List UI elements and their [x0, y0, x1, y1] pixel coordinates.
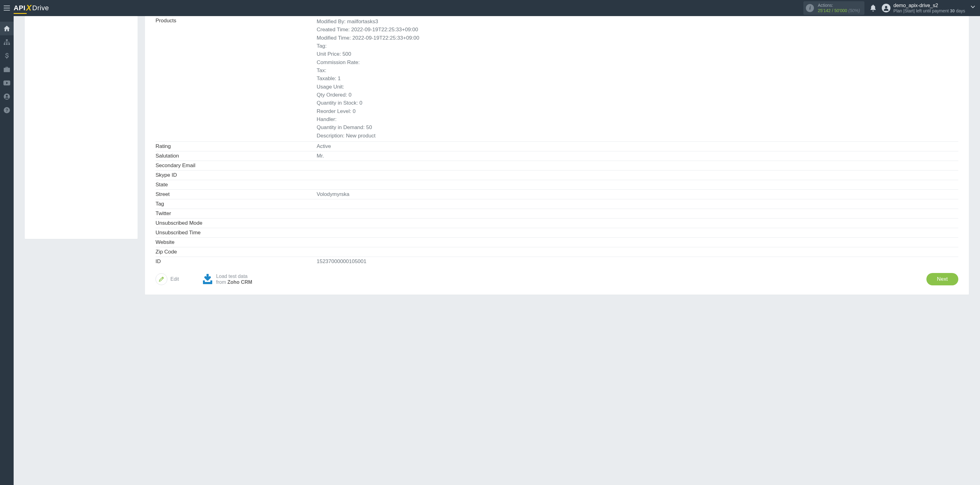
actions-label: Actions:: [818, 3, 860, 8]
row-key: Skype ID: [156, 171, 317, 180]
table-row: ID15237000000105001: [156, 257, 958, 266]
row-key: ID: [156, 257, 317, 266]
user-name: demo_apix-drive_s2: [894, 3, 965, 8]
brand-right: Drive: [32, 4, 49, 12]
brand-underline: [14, 13, 27, 14]
bell-icon: [870, 5, 876, 11]
info-icon: i: [806, 4, 814, 12]
user-plan: Plan |Start| left until payment 30 days: [894, 8, 965, 14]
table-row: Website: [156, 238, 958, 247]
table-row: ProductsModified By: mailfortasks3 Creat…: [156, 16, 958, 142]
row-value: Active: [317, 142, 958, 151]
svg-rect-2: [4, 43, 5, 45]
sidebar-item-help[interactable]: ?: [0, 103, 14, 117]
brand-logo[interactable]: API X Drive: [14, 3, 49, 13]
actions-pct: (50%): [848, 8, 860, 13]
load-line2-prefix: from: [216, 279, 228, 285]
sitemap-icon: [4, 39, 10, 45]
chevron-down-icon: [971, 6, 975, 8]
actions-max: 50'000: [834, 8, 847, 13]
row-value: [317, 219, 958, 228]
data-table: ProductsModified By: mailfortasks3 Creat…: [156, 16, 958, 266]
brand-x: X: [26, 3, 32, 13]
row-key: Website: [156, 238, 317, 247]
row-value: [317, 209, 958, 219]
table-row: Twitter: [156, 209, 958, 219]
actions-slash: /: [830, 8, 834, 13]
actions-counter[interactable]: i Actions: 25'142 / 50'000 (50%): [803, 1, 864, 15]
load-line2-bold: Zoho CRM: [228, 279, 252, 285]
menu-toggle-button[interactable]: [0, 6, 14, 11]
table-row: StreetVolodymyrska: [156, 190, 958, 199]
user-menu[interactable]: demo_apix-drive_s2 Plan |Start| left unt…: [882, 3, 965, 14]
sidebar-item-video[interactable]: [0, 76, 14, 90]
svg-rect-12: [210, 281, 212, 282]
next-button[interactable]: Next: [926, 273, 958, 285]
row-value: Mr.: [317, 151, 958, 161]
row-key: Products: [156, 16, 317, 142]
row-key: Rating: [156, 142, 317, 151]
row-key: Zip Code: [156, 247, 317, 257]
row-value: [317, 171, 958, 180]
sidebar-item-connections[interactable]: [0, 35, 14, 49]
load-line1: Load test data: [216, 273, 252, 279]
table-row: Unsubscribed Time: [156, 228, 958, 238]
svg-rect-4: [8, 43, 10, 45]
briefcase-icon: [4, 67, 10, 72]
row-value: Volodymyrska: [317, 190, 958, 199]
row-value: [317, 180, 958, 190]
plan-days: 30: [950, 8, 955, 13]
row-key: Street: [156, 190, 317, 199]
svg-rect-3: [6, 43, 8, 45]
plan-prefix: Plan |Start| left until payment: [894, 8, 950, 13]
row-value: [317, 238, 958, 247]
avatar-icon: [883, 5, 889, 11]
load-test-data-button[interactable]: Load test data from Zoho CRM: [202, 273, 252, 285]
pencil-icon: [159, 276, 164, 282]
table-row: RatingActive: [156, 142, 958, 151]
row-key: Tag: [156, 199, 317, 209]
svg-point-7: [6, 95, 8, 97]
row-key: Unsubscribed Mode: [156, 219, 317, 228]
row-key: Unsubscribed Time: [156, 228, 317, 238]
row-key: State: [156, 180, 317, 190]
svg-text:?: ?: [6, 108, 8, 113]
row-key: Twitter: [156, 209, 317, 219]
brand-left: API: [14, 4, 25, 12]
edit-button[interactable]: Edit: [156, 273, 179, 285]
actions-row: Edit Load test data from Zoho CRM Next: [156, 273, 958, 285]
table-row: Zip Code: [156, 247, 958, 257]
row-value: [317, 247, 958, 257]
youtube-icon: [3, 81, 10, 86]
notifications-button[interactable]: [870, 5, 876, 11]
home-icon: [4, 26, 10, 31]
sidebar-item-account[interactable]: [0, 90, 14, 103]
load-test-data-text: Load test data from Zoho CRM: [216, 273, 252, 285]
table-row: State: [156, 180, 958, 190]
user-menu-chevron[interactable]: [971, 6, 975, 8]
avatar: [882, 4, 891, 13]
svg-rect-10: [203, 282, 212, 284]
svg-rect-1: [6, 39, 8, 41]
table-row: Unsubscribed Mode: [156, 219, 958, 228]
help-icon: ?: [4, 107, 10, 113]
svg-rect-11: [203, 281, 205, 282]
sidebar-item-work[interactable]: [0, 62, 14, 76]
row-value: [317, 228, 958, 238]
actions-numbers: 25'142 / 50'000 (50%): [818, 8, 860, 13]
plan-suffix: days: [955, 8, 965, 13]
sidebar-item-home[interactable]: [0, 22, 14, 35]
table-row: SalutationMr.: [156, 151, 958, 161]
download-icon: [202, 274, 213, 284]
row-key: Secondary Email: [156, 161, 317, 171]
main-panel: ProductsModified By: mailfortasks3 Creat…: [145, 16, 969, 295]
topbar: API X Drive i Actions: 25'142 / 50'000 (…: [0, 0, 980, 16]
actions-text: Actions: 25'142 / 50'000 (50%): [818, 3, 860, 13]
table-row: Skype ID: [156, 171, 958, 180]
edit-label: Edit: [170, 276, 179, 282]
svg-point-0: [885, 6, 887, 8]
sidebar-item-billing[interactable]: [0, 49, 14, 62]
row-value: 15237000000105001: [317, 257, 958, 266]
page: ProductsModified By: mailfortasks3 Creat…: [14, 16, 980, 485]
left-panel: [25, 16, 138, 239]
